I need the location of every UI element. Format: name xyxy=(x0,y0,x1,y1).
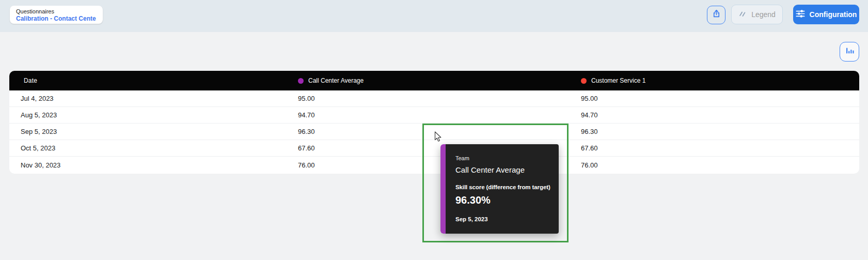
table-row[interactable]: Jul 4, 2023 95.00 95.00 xyxy=(9,90,859,107)
series-dot-call-center-average xyxy=(298,78,304,84)
cell-customer-service-1: 96.30 xyxy=(581,128,859,135)
export-button[interactable] xyxy=(707,6,725,24)
breadcrumb-section: Questionnaires xyxy=(16,8,97,15)
cell-customer-service-1: 67.60 xyxy=(581,144,859,152)
table-row[interactable]: Nov 30, 2023 76.00 76.00 xyxy=(9,157,859,174)
tooltip-metric-label: Skill score (difference from target) xyxy=(455,183,550,191)
table-row[interactable]: Oct 5, 2023 67.60 67.60 xyxy=(9,140,859,157)
cell-date: Nov 30, 2023 xyxy=(9,161,298,169)
data-point-tooltip: Team Call Center Average Skill score (di… xyxy=(440,144,559,234)
series-dot-customer-service-1 xyxy=(581,78,587,84)
cell-customer-service-1: 94.70 xyxy=(581,111,859,119)
cell-date: Sep 5, 2023 xyxy=(9,128,298,135)
tooltip-metric-value: 96.30% xyxy=(455,194,550,206)
legend-button[interactable]: Legend xyxy=(731,5,783,24)
cell-date: Oct 5, 2023 xyxy=(9,144,298,152)
configuration-button-label: Configuration xyxy=(810,10,857,19)
breadcrumb-current-link[interactable]: Calibration - Contact Cente… xyxy=(16,15,97,22)
tooltip-body: Team Call Center Average Skill score (di… xyxy=(446,144,559,234)
cell-customer-service-1: 76.00 xyxy=(581,161,859,169)
top-bar: Questionnaires Calibration - Contact Cen… xyxy=(0,0,868,32)
cell-date: Aug 5, 2023 xyxy=(9,111,298,119)
configuration-button[interactable]: Configuration xyxy=(793,5,859,24)
table-header-row: Date Call Center Average Customer Servic… xyxy=(9,71,859,90)
column-header-call-center-average: Call Center Average xyxy=(298,77,581,84)
cell-call-center-average: 95.00 xyxy=(298,95,581,102)
cell-call-center-average: 94.70 xyxy=(298,111,581,119)
chart-view-button[interactable] xyxy=(840,42,859,62)
top-bar-actions: Legend Configuration xyxy=(707,5,859,24)
bar-chart-icon xyxy=(844,45,855,58)
table-row[interactable]: Sep 5, 2023 96.30 96.30 xyxy=(9,124,859,140)
tooltip-team-name: Call Center Average xyxy=(455,165,550,175)
column-header-call-center-average-label: Call Center Average xyxy=(308,77,364,84)
scores-table: Date Call Center Average Customer Servic… xyxy=(9,71,859,174)
slashes-icon xyxy=(738,10,747,20)
column-header-date: Date xyxy=(9,77,298,84)
breadcrumb: Questionnaires Calibration - Contact Cen… xyxy=(10,6,103,24)
cell-customer-service-1: 95.00 xyxy=(581,95,859,102)
tooltip-date: Sep 5, 2023 xyxy=(455,216,550,223)
legend-button-label: Legend xyxy=(751,10,776,19)
upload-icon xyxy=(712,9,721,21)
column-header-customer-service-1-label: Customer Service 1 xyxy=(591,77,645,84)
cell-date: Jul 4, 2023 xyxy=(9,95,298,102)
tune-icon xyxy=(796,10,805,19)
column-header-customer-service-1: Customer Service 1 xyxy=(581,77,859,84)
table-row[interactable]: Aug 5, 2023 94.70 94.70 xyxy=(9,107,859,124)
tooltip-accent-bar xyxy=(440,144,446,234)
cell-call-center-average: 96.30 xyxy=(298,128,581,135)
tooltip-team-label: Team xyxy=(455,155,550,162)
